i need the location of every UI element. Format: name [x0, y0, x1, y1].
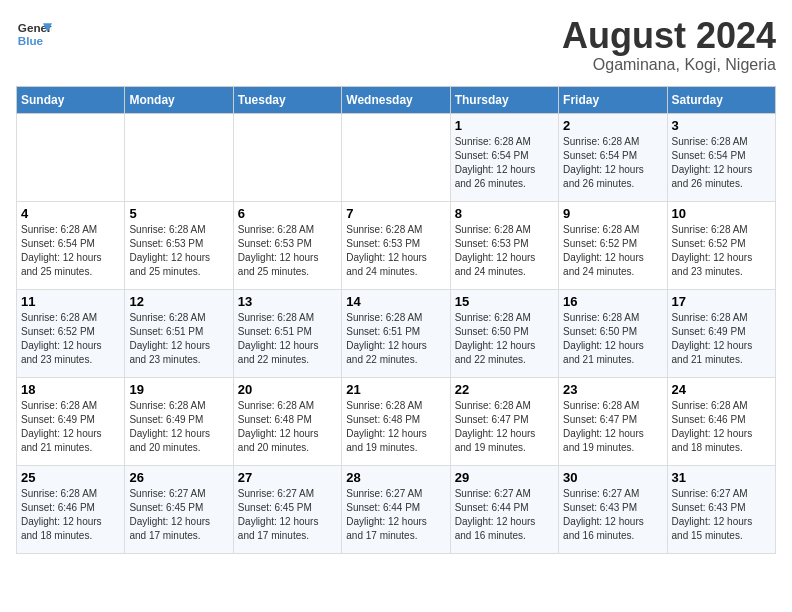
cell-info: Sunrise: 6:28 AM Sunset: 6:49 PM Dayligh…: [129, 399, 228, 455]
day-number: 5: [129, 206, 228, 221]
calendar-cell: 4Sunrise: 6:28 AM Sunset: 6:54 PM Daylig…: [17, 201, 125, 289]
calendar-cell: 26Sunrise: 6:27 AM Sunset: 6:45 PM Dayli…: [125, 465, 233, 553]
day-number: 27: [238, 470, 337, 485]
day-number: 20: [238, 382, 337, 397]
calendar-cell: 27Sunrise: 6:27 AM Sunset: 6:45 PM Dayli…: [233, 465, 341, 553]
cell-info: Sunrise: 6:28 AM Sunset: 6:53 PM Dayligh…: [129, 223, 228, 279]
cell-info: Sunrise: 6:28 AM Sunset: 6:53 PM Dayligh…: [455, 223, 554, 279]
cell-info: Sunrise: 6:27 AM Sunset: 6:43 PM Dayligh…: [563, 487, 662, 543]
calendar-cell: 9Sunrise: 6:28 AM Sunset: 6:52 PM Daylig…: [559, 201, 667, 289]
svg-text:Blue: Blue: [18, 34, 44, 47]
logo: General Blue: [16, 16, 52, 52]
cell-info: Sunrise: 6:28 AM Sunset: 6:49 PM Dayligh…: [672, 311, 771, 367]
calendar-cell: 2Sunrise: 6:28 AM Sunset: 6:54 PM Daylig…: [559, 113, 667, 201]
day-header-tuesday: Tuesday: [233, 86, 341, 113]
calendar-table: SundayMondayTuesdayWednesdayThursdayFrid…: [16, 86, 776, 554]
day-number: 22: [455, 382, 554, 397]
title-block: August 2024 Ogaminana, Kogi, Nigeria: [562, 16, 776, 74]
day-header-monday: Monday: [125, 86, 233, 113]
day-number: 25: [21, 470, 120, 485]
day-number: 30: [563, 470, 662, 485]
day-number: 1: [455, 118, 554, 133]
cell-info: Sunrise: 6:28 AM Sunset: 6:52 PM Dayligh…: [563, 223, 662, 279]
calendar-cell: 29Sunrise: 6:27 AM Sunset: 6:44 PM Dayli…: [450, 465, 558, 553]
calendar-cell: 13Sunrise: 6:28 AM Sunset: 6:51 PM Dayli…: [233, 289, 341, 377]
calendar-cell: 8Sunrise: 6:28 AM Sunset: 6:53 PM Daylig…: [450, 201, 558, 289]
calendar-cell: 25Sunrise: 6:28 AM Sunset: 6:46 PM Dayli…: [17, 465, 125, 553]
day-header-thursday: Thursday: [450, 86, 558, 113]
calendar-header: SundayMondayTuesdayWednesdayThursdayFrid…: [17, 86, 776, 113]
calendar-cell: 18Sunrise: 6:28 AM Sunset: 6:49 PM Dayli…: [17, 377, 125, 465]
calendar-cell: 14Sunrise: 6:28 AM Sunset: 6:51 PM Dayli…: [342, 289, 450, 377]
day-number: 19: [129, 382, 228, 397]
calendar-body: 1Sunrise: 6:28 AM Sunset: 6:54 PM Daylig…: [17, 113, 776, 553]
cell-info: Sunrise: 6:28 AM Sunset: 6:47 PM Dayligh…: [563, 399, 662, 455]
cell-info: Sunrise: 6:28 AM Sunset: 6:53 PM Dayligh…: [346, 223, 445, 279]
cell-info: Sunrise: 6:27 AM Sunset: 6:45 PM Dayligh…: [129, 487, 228, 543]
cell-info: Sunrise: 6:28 AM Sunset: 6:54 PM Dayligh…: [563, 135, 662, 191]
cell-info: Sunrise: 6:28 AM Sunset: 6:50 PM Dayligh…: [563, 311, 662, 367]
calendar-cell: [233, 113, 341, 201]
calendar-week-3: 11Sunrise: 6:28 AM Sunset: 6:52 PM Dayli…: [17, 289, 776, 377]
calendar-cell: 6Sunrise: 6:28 AM Sunset: 6:53 PM Daylig…: [233, 201, 341, 289]
day-number: 21: [346, 382, 445, 397]
day-header-friday: Friday: [559, 86, 667, 113]
calendar-week-5: 25Sunrise: 6:28 AM Sunset: 6:46 PM Dayli…: [17, 465, 776, 553]
calendar-week-2: 4Sunrise: 6:28 AM Sunset: 6:54 PM Daylig…: [17, 201, 776, 289]
day-number: 3: [672, 118, 771, 133]
day-number: 15: [455, 294, 554, 309]
day-number: 9: [563, 206, 662, 221]
calendar-cell: 19Sunrise: 6:28 AM Sunset: 6:49 PM Dayli…: [125, 377, 233, 465]
calendar-cell: 1Sunrise: 6:28 AM Sunset: 6:54 PM Daylig…: [450, 113, 558, 201]
cell-info: Sunrise: 6:28 AM Sunset: 6:48 PM Dayligh…: [238, 399, 337, 455]
cell-info: Sunrise: 6:27 AM Sunset: 6:44 PM Dayligh…: [346, 487, 445, 543]
calendar-week-1: 1Sunrise: 6:28 AM Sunset: 6:54 PM Daylig…: [17, 113, 776, 201]
calendar-cell: 23Sunrise: 6:28 AM Sunset: 6:47 PM Dayli…: [559, 377, 667, 465]
calendar-cell: 31Sunrise: 6:27 AM Sunset: 6:43 PM Dayli…: [667, 465, 775, 553]
cell-info: Sunrise: 6:28 AM Sunset: 6:51 PM Dayligh…: [238, 311, 337, 367]
calendar-cell: 7Sunrise: 6:28 AM Sunset: 6:53 PM Daylig…: [342, 201, 450, 289]
calendar-cell: 12Sunrise: 6:28 AM Sunset: 6:51 PM Dayli…: [125, 289, 233, 377]
cell-info: Sunrise: 6:28 AM Sunset: 6:50 PM Dayligh…: [455, 311, 554, 367]
cell-info: Sunrise: 6:28 AM Sunset: 6:54 PM Dayligh…: [455, 135, 554, 191]
day-number: 29: [455, 470, 554, 485]
page-header: General Blue August 2024 Ogaminana, Kogi…: [16, 16, 776, 74]
day-number: 18: [21, 382, 120, 397]
calendar-cell: 28Sunrise: 6:27 AM Sunset: 6:44 PM Dayli…: [342, 465, 450, 553]
calendar-cell: 5Sunrise: 6:28 AM Sunset: 6:53 PM Daylig…: [125, 201, 233, 289]
cell-info: Sunrise: 6:28 AM Sunset: 6:51 PM Dayligh…: [129, 311, 228, 367]
calendar-cell: [17, 113, 125, 201]
cell-info: Sunrise: 6:28 AM Sunset: 6:52 PM Dayligh…: [672, 223, 771, 279]
cell-info: Sunrise: 6:28 AM Sunset: 6:54 PM Dayligh…: [672, 135, 771, 191]
cell-info: Sunrise: 6:28 AM Sunset: 6:47 PM Dayligh…: [455, 399, 554, 455]
subtitle: Ogaminana, Kogi, Nigeria: [562, 56, 776, 74]
day-number: 2: [563, 118, 662, 133]
cell-info: Sunrise: 6:28 AM Sunset: 6:46 PM Dayligh…: [672, 399, 771, 455]
cell-info: Sunrise: 6:28 AM Sunset: 6:51 PM Dayligh…: [346, 311, 445, 367]
calendar-cell: 10Sunrise: 6:28 AM Sunset: 6:52 PM Dayli…: [667, 201, 775, 289]
day-number: 31: [672, 470, 771, 485]
calendar-week-4: 18Sunrise: 6:28 AM Sunset: 6:49 PM Dayli…: [17, 377, 776, 465]
cell-info: Sunrise: 6:27 AM Sunset: 6:43 PM Dayligh…: [672, 487, 771, 543]
cell-info: Sunrise: 6:28 AM Sunset: 6:48 PM Dayligh…: [346, 399, 445, 455]
cell-info: Sunrise: 6:28 AM Sunset: 6:53 PM Dayligh…: [238, 223, 337, 279]
main-title: August 2024: [562, 16, 776, 56]
day-number: 10: [672, 206, 771, 221]
calendar-cell: 22Sunrise: 6:28 AM Sunset: 6:47 PM Dayli…: [450, 377, 558, 465]
day-number: 12: [129, 294, 228, 309]
day-number: 7: [346, 206, 445, 221]
day-number: 13: [238, 294, 337, 309]
day-number: 24: [672, 382, 771, 397]
day-header-saturday: Saturday: [667, 86, 775, 113]
day-number: 17: [672, 294, 771, 309]
day-header-wednesday: Wednesday: [342, 86, 450, 113]
day-number: 6: [238, 206, 337, 221]
day-number: 14: [346, 294, 445, 309]
logo-icon: General Blue: [16, 16, 52, 52]
day-header-sunday: Sunday: [17, 86, 125, 113]
calendar-cell: 30Sunrise: 6:27 AM Sunset: 6:43 PM Dayli…: [559, 465, 667, 553]
cell-info: Sunrise: 6:27 AM Sunset: 6:45 PM Dayligh…: [238, 487, 337, 543]
calendar-cell: 24Sunrise: 6:28 AM Sunset: 6:46 PM Dayli…: [667, 377, 775, 465]
day-number: 4: [21, 206, 120, 221]
calendar-cell: 21Sunrise: 6:28 AM Sunset: 6:48 PM Dayli…: [342, 377, 450, 465]
